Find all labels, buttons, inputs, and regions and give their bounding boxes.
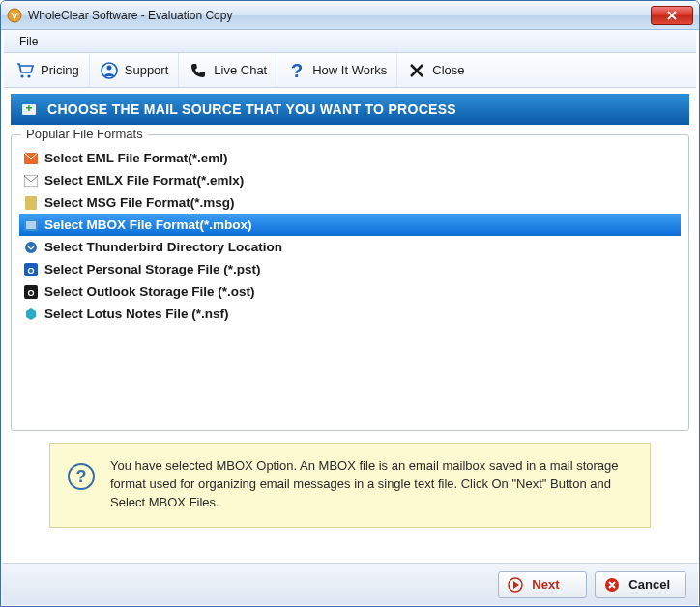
close-label: Close <box>432 63 464 77</box>
format-item-mbox[interactable]: Select MBOX File Format(*.mbox) <box>19 214 681 236</box>
format-item-emlx[interactable]: Select EMLX File Format(*.emlx) <box>19 169 681 191</box>
app-icon <box>7 8 22 23</box>
format-label: Select EML File Format(*.eml) <box>44 151 228 165</box>
thunderbird-icon <box>23 240 39 255</box>
format-label: Select Outlook Storage File (*.ost) <box>44 284 255 299</box>
format-label: Select MSG File Format(*.msg) <box>44 195 235 210</box>
format-label: Select Lotus Notes File (*.nsf) <box>44 306 229 321</box>
phone-icon <box>189 61 208 80</box>
howitworks-button[interactable]: ? How It Works <box>277 53 397 87</box>
emlx-icon <box>23 173 39 188</box>
window-close-button[interactable] <box>651 6 693 25</box>
svg-point-2 <box>27 74 30 77</box>
support-button[interactable]: Support <box>90 53 180 87</box>
svg-rect-10 <box>24 175 38 187</box>
mbox-icon <box>23 217 39 233</box>
msg-icon <box>23 195 39 211</box>
question-icon: ? <box>287 61 306 80</box>
format-label: Select Personal Storage File (*.pst) <box>44 262 261 276</box>
format-label: Select MBOX File Format(*.mbox) <box>44 217 252 232</box>
next-label: Next <box>532 577 559 592</box>
format-item-thunderbird[interactable]: Select Thunderbird Directory Location <box>19 236 681 258</box>
cart-icon <box>15 61 35 80</box>
format-label: Select EMLX File Format(*.emlx) <box>44 173 244 188</box>
svg-text:O: O <box>27 288 34 298</box>
close-icon <box>407 61 426 80</box>
format-item-pst[interactable]: OSelect Personal Storage File (*.pst) <box>19 258 681 280</box>
svg-point-14 <box>25 242 37 253</box>
cancel-label: Cancel <box>628 577 670 592</box>
svg-text:O: O <box>27 266 34 275</box>
nsf-icon <box>23 306 39 322</box>
menubar: File <box>4 30 696 53</box>
content-area: Popular File Formats Select EML File For… <box>11 134 689 528</box>
support-label: Support <box>125 63 169 77</box>
format-label: Select Thunderbird Directory Location <box>44 240 282 254</box>
info-panel: ? You have selected MBOX Option. An MBOX… <box>49 443 651 528</box>
section-header-text: CHOOSE THE MAIL SOURCE THAT YOU WANT TO … <box>47 101 456 117</box>
format-list: Select EML File Format(*.eml)Select EMLX… <box>19 147 681 325</box>
svg-point-1 <box>20 74 23 77</box>
svg-rect-8 <box>28 105 30 111</box>
format-item-eml[interactable]: Select EML File Format(*.eml) <box>19 147 681 169</box>
format-item-ost[interactable]: OSelect Outlook Storage File (*.ost) <box>19 280 681 303</box>
format-item-nsf[interactable]: Select Lotus Notes File (*.nsf) <box>19 303 681 325</box>
svg-rect-11 <box>25 196 37 210</box>
section-header: CHOOSE THE MAIL SOURCE THAT YOU WANT TO … <box>11 94 689 125</box>
livechat-label: Live Chat <box>214 63 267 77</box>
info-text: You have selected MBOX Option. An MBOX f… <box>110 457 632 512</box>
svg-point-4 <box>106 65 111 70</box>
window-title: WholeClear Software - Evaluation Copy <box>28 9 651 22</box>
cancel-icon <box>603 576 621 593</box>
svg-point-0 <box>8 9 21 22</box>
svg-text:?: ? <box>291 61 303 80</box>
support-icon <box>100 61 119 80</box>
formats-groupbox: Popular File Formats Select EML File For… <box>11 134 689 431</box>
titlebar: WholeClear Software - Evaluation Copy <box>1 1 699 30</box>
livechat-button[interactable]: Live Chat <box>179 53 277 87</box>
menu-file[interactable]: File <box>10 32 47 51</box>
pricing-label: Pricing <box>41 63 79 77</box>
pst-icon: O <box>23 262 39 277</box>
help-icon: ? <box>68 463 95 490</box>
howitworks-label: How It Works <box>312 63 387 77</box>
toolbar: Pricing Support Live Chat ? How It Works… <box>4 53 696 88</box>
eml-icon <box>23 151 39 166</box>
cancel-button[interactable]: Cancel <box>595 571 686 598</box>
format-item-msg[interactable]: Select MSG File Format(*.msg) <box>19 191 681 214</box>
ost-icon: O <box>23 284 39 300</box>
footer-bar: Next Cancel <box>2 563 698 605</box>
add-icon <box>20 101 38 118</box>
pricing-button[interactable]: Pricing <box>6 53 90 87</box>
next-button[interactable]: Next <box>498 571 587 598</box>
close-button[interactable]: Close <box>397 53 474 87</box>
svg-rect-13 <box>26 221 36 229</box>
play-icon <box>507 576 524 593</box>
groupbox-title: Popular File Formats <box>21 127 148 141</box>
